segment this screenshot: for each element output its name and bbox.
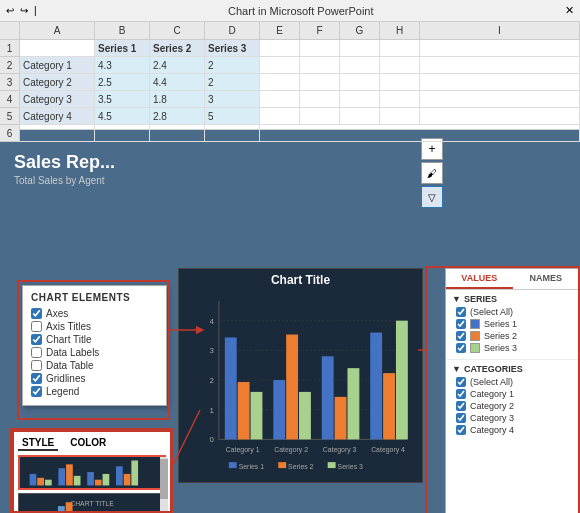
series-chevron: ▼ bbox=[452, 294, 461, 304]
svg-rect-40 bbox=[87, 472, 94, 485]
cat2-s2: 4.4 bbox=[150, 74, 205, 91]
cat1-filter-item: Category 1 bbox=[452, 389, 573, 399]
svg-rect-22 bbox=[396, 321, 408, 440]
col-i: I bbox=[420, 22, 580, 40]
cat2-s3: 2 bbox=[205, 74, 260, 91]
categories-section: ▼ CATEGORIES (Select All) Category 1 Cat… bbox=[446, 359, 579, 441]
names-tab[interactable]: NAMES bbox=[513, 269, 580, 289]
data-labels-checkbox[interactable] bbox=[31, 347, 42, 358]
axes-label: Axes bbox=[46, 308, 68, 319]
svg-text:Category 3: Category 3 bbox=[323, 446, 357, 454]
svg-text:Series 2: Series 2 bbox=[288, 463, 313, 470]
series-label: SERIES bbox=[464, 294, 497, 304]
svg-rect-45 bbox=[131, 461, 138, 486]
cat1-s1: 4.3 bbox=[95, 57, 150, 74]
svg-rect-43 bbox=[116, 466, 123, 485]
legend-label: Legend bbox=[46, 386, 79, 397]
svg-text:4: 4 bbox=[210, 317, 215, 326]
sales-report-section: Sales Rep... Total Sales by Agent bbox=[14, 152, 115, 186]
series3-checkbox[interactable] bbox=[456, 343, 466, 353]
cat3-s2: 1.8 bbox=[150, 91, 205, 108]
style-tab[interactable]: STYLE bbox=[18, 436, 58, 451]
sales-report-subtitle: Total Sales by Agent bbox=[14, 175, 115, 186]
legend-checkbox[interactable] bbox=[31, 386, 42, 397]
svg-rect-31 bbox=[328, 462, 336, 468]
svg-rect-16 bbox=[299, 392, 311, 439]
cat-select-all: (Select All) bbox=[452, 377, 573, 387]
svg-rect-41 bbox=[95, 480, 102, 486]
table-row: 6 bbox=[0, 125, 580, 142]
series2-checkbox[interactable] bbox=[456, 331, 466, 341]
cat3-s1: 3.5 bbox=[95, 91, 150, 108]
data-table-checkbox[interactable] bbox=[31, 360, 42, 371]
chart-elements-panel: CHART ELEMENTS Axes Axis Titles Chart Ti… bbox=[22, 285, 167, 406]
axes-checkbox[interactable] bbox=[31, 308, 42, 319]
svg-rect-21 bbox=[383, 373, 395, 439]
cat-all-checkbox[interactable] bbox=[456, 377, 466, 387]
cat1-filter-checkbox[interactable] bbox=[456, 389, 466, 399]
series3-item: Series 3 bbox=[452, 343, 573, 353]
table-row: 5 Category 4 4.5 2.8 5 bbox=[0, 108, 580, 125]
chart-title: Chart Title bbox=[179, 269, 422, 291]
cat2-s1: 2.5 bbox=[95, 74, 150, 91]
chart-title-checkbox[interactable] bbox=[31, 334, 42, 345]
axis-titles-label: Axis Titles bbox=[46, 321, 91, 332]
col-h: H bbox=[380, 22, 420, 40]
cat2-filter-checkbox[interactable] bbox=[456, 401, 466, 411]
series1-checkbox[interactable] bbox=[456, 319, 466, 329]
style-thumbnails: CHART TITLE Chart Title bbox=[18, 455, 166, 513]
chart-svg: 0 1 2 3 4 bbox=[179, 291, 422, 474]
series-all-checkbox[interactable] bbox=[456, 307, 466, 317]
undo-icon[interactable]: ↩ bbox=[6, 5, 14, 16]
series2-header: Series 2 bbox=[150, 40, 205, 57]
axes-row: Axes bbox=[31, 308, 158, 319]
series-select-all: (Select All) bbox=[452, 307, 573, 317]
svg-rect-18 bbox=[335, 397, 347, 440]
cat3-filter-checkbox[interactable] bbox=[456, 413, 466, 423]
col-d: D bbox=[205, 22, 260, 40]
svg-rect-36 bbox=[45, 480, 52, 486]
data-labels-label: Data Labels bbox=[46, 347, 99, 358]
col-c: C bbox=[150, 22, 205, 40]
svg-rect-51 bbox=[58, 506, 65, 513]
cat2-filter-item: Category 2 bbox=[452, 401, 573, 411]
close-icon[interactable]: ✕ bbox=[565, 4, 574, 17]
svg-rect-11 bbox=[225, 337, 237, 439]
color-tab[interactable]: COLOR bbox=[66, 436, 110, 451]
categories-section-title[interactable]: ▼ CATEGORIES bbox=[452, 364, 573, 374]
style-tabs: STYLE COLOR bbox=[18, 436, 166, 451]
svg-text:0: 0 bbox=[210, 435, 215, 444]
svg-rect-35 bbox=[37, 478, 44, 486]
svg-text:2: 2 bbox=[210, 376, 214, 385]
data-labels-row: Data Labels bbox=[31, 347, 158, 358]
chart-title-label: Chart Title bbox=[46, 334, 92, 345]
svg-rect-12 bbox=[238, 382, 250, 439]
values-tab[interactable]: VALUES bbox=[446, 269, 513, 289]
svg-rect-34 bbox=[30, 474, 37, 486]
svg-rect-19 bbox=[347, 368, 359, 439]
filter-button[interactable]: ▽ bbox=[421, 186, 443, 208]
series-section-title[interactable]: ▼ SERIES bbox=[452, 294, 573, 304]
gridlines-checkbox[interactable] bbox=[31, 373, 42, 384]
series2-item: Series 2 bbox=[452, 331, 573, 341]
cat2-label: Category 2 bbox=[20, 74, 95, 91]
cat3-filter-item: Category 3 bbox=[452, 413, 573, 423]
spreadsheet-area: ↩ ↪ | Chart in Microsoft PowerPoint ✕ A … bbox=[0, 0, 580, 130]
cat4-label: Category 4 bbox=[20, 108, 95, 125]
table-row: 3 Category 2 2.5 4.4 2 bbox=[0, 74, 580, 91]
redo-icon[interactable]: ↪ bbox=[20, 5, 28, 16]
style-thumb-2[interactable]: CHART TITLE bbox=[18, 493, 166, 513]
style-button[interactable]: 🖌 bbox=[421, 162, 443, 184]
table-row: 4 Category 3 3.5 1.8 3 bbox=[0, 91, 580, 108]
axis-titles-checkbox[interactable] bbox=[31, 321, 42, 332]
svg-rect-14 bbox=[273, 380, 285, 439]
column-headers: A B C D E F G H I bbox=[0, 22, 580, 40]
axis-titles-row: Axis Titles bbox=[31, 321, 158, 332]
cat3-s3: 3 bbox=[205, 91, 260, 108]
style-thumb-1[interactable] bbox=[18, 455, 166, 490]
svg-rect-39 bbox=[74, 476, 81, 486]
series3-swatch bbox=[470, 343, 480, 353]
cat4-filter-checkbox[interactable] bbox=[456, 425, 466, 435]
table-row: 1 Series 1 Series 2 Series 3 bbox=[0, 40, 580, 57]
cat4-s3: 5 bbox=[205, 108, 260, 125]
